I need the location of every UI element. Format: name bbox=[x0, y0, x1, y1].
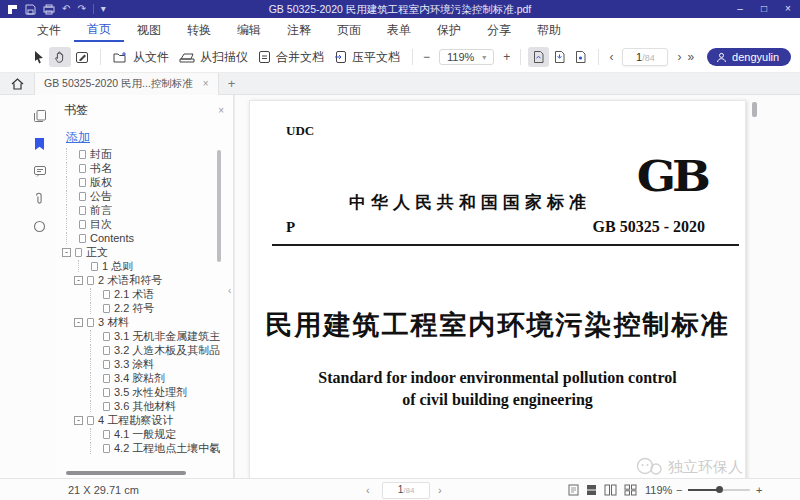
chevron-down-icon: ▾ bbox=[482, 53, 486, 62]
bookmark-item[interactable]: 4.2 工程地点土壤中氡浓度 bbox=[60, 441, 220, 455]
delete-page-button[interactable] bbox=[570, 47, 591, 67]
collapse-toggle-icon[interactable]: - bbox=[74, 416, 83, 425]
tree-connector bbox=[78, 260, 87, 272]
add-bookmark-link[interactable]: 添加 bbox=[66, 129, 90, 146]
collapse-toggle-icon[interactable]: - bbox=[74, 318, 83, 327]
maximize-button[interactable]: □ bbox=[752, 0, 776, 18]
bookmark-item[interactable]: -3 材料 bbox=[60, 315, 220, 329]
bookmark-item[interactable]: 3.4 胶粘剂 bbox=[60, 371, 220, 385]
edit-tool-button[interactable] bbox=[71, 47, 93, 67]
tab-close-icon[interactable]: × bbox=[203, 78, 209, 89]
panel-vertical-scrollbar[interactable] bbox=[217, 150, 221, 262]
single-page-view-icon[interactable] bbox=[568, 484, 579, 496]
tree-connector bbox=[90, 330, 99, 342]
collapse-toggle-icon[interactable]: - bbox=[62, 248, 71, 257]
bookmark-item[interactable]: -正文 bbox=[60, 245, 220, 259]
bookmark-item[interactable]: 书名 bbox=[60, 161, 220, 175]
bookmark-item[interactable]: 2.2 符号 bbox=[60, 301, 220, 315]
bookmark-item[interactable]: 公告 bbox=[60, 189, 220, 203]
last-page-button[interactable]: » bbox=[684, 50, 697, 64]
status-zoom-out-button[interactable]: − bbox=[676, 479, 682, 500]
pdf-reader-window: ↶ ↷ ▾ GB 50325-2020 民用建筑工程室内环境污染控制标准.pdf… bbox=[0, 0, 800, 500]
panel-close-icon[interactable]: × bbox=[218, 105, 224, 116]
hand-tool-button[interactable] bbox=[49, 47, 71, 67]
continuous-scroll-view-icon[interactable] bbox=[586, 484, 597, 496]
menu-item-文件[interactable]: 文件 bbox=[24, 18, 74, 42]
rotate-page-left-button[interactable] bbox=[528, 47, 549, 67]
menu-item-保护[interactable]: 保护 bbox=[424, 18, 474, 42]
bookmark-item[interactable]: 4.1 一般规定 bbox=[60, 427, 220, 441]
attachments-icon[interactable] bbox=[33, 192, 56, 206]
document-viewport[interactable]: UDC GB 中华人民共和国国家标准 P GB 50325 - 2020 民用建… bbox=[234, 95, 800, 478]
collapse-toggle-icon[interactable]: - bbox=[74, 276, 83, 285]
bookmark-item[interactable]: 3.3 涂料 bbox=[60, 357, 220, 371]
zoom-out-button[interactable]: − bbox=[420, 50, 433, 64]
menu-item-表单[interactable]: 表单 bbox=[374, 18, 424, 42]
print-icon[interactable] bbox=[43, 4, 55, 15]
rotate-page-right-button[interactable] bbox=[549, 47, 570, 67]
minimize-button[interactable]: – bbox=[728, 0, 752, 18]
zoom-in-button[interactable]: + bbox=[500, 50, 513, 64]
menu-item-首页[interactable]: 首页 bbox=[74, 18, 124, 42]
menu-item-分享[interactable]: 分享 bbox=[474, 18, 524, 42]
comments-icon[interactable] bbox=[33, 165, 56, 178]
bookmark-item[interactable]: Contents bbox=[60, 231, 220, 245]
bookmark-item[interactable]: 目次 bbox=[60, 217, 220, 231]
menu-item-注释[interactable]: 注释 bbox=[274, 18, 324, 42]
panel-horizontal-scrollbar[interactable] bbox=[66, 471, 186, 475]
cursor-icon bbox=[32, 50, 45, 64]
person-icon bbox=[716, 52, 727, 63]
from-file-button[interactable]: 从文件 bbox=[108, 46, 174, 69]
bookmarks-icon[interactable] bbox=[33, 137, 56, 151]
bookmark-item[interactable]: 1 总则 bbox=[60, 259, 220, 273]
next-page-button[interactable]: › bbox=[674, 50, 684, 64]
bookmark-item[interactable]: -2 术语和符号 bbox=[60, 273, 220, 287]
new-tab-button[interactable]: + bbox=[219, 76, 245, 91]
redo-icon[interactable]: ↷ bbox=[77, 0, 85, 18]
bookmark-item[interactable]: 3.2 人造木板及其制品 bbox=[60, 343, 220, 357]
select-tool-button[interactable] bbox=[28, 47, 49, 67]
customize-toolbar-caret-icon[interactable]: ▾ bbox=[101, 0, 106, 18]
user-account-button[interactable]: dengyulin bbox=[707, 48, 791, 66]
bookmark-item[interactable]: 3.1 无机非金属建筑主体材 bbox=[60, 329, 220, 343]
status-page-number-input[interactable]: 1/84 bbox=[382, 482, 430, 499]
two-page-view-icon[interactable] bbox=[604, 484, 617, 496]
bookmark-item[interactable]: -4 工程勘察设计 bbox=[60, 413, 220, 427]
save-icon[interactable] bbox=[25, 4, 36, 15]
page-rotate-right-icon bbox=[553, 50, 566, 64]
status-zoom-in-button[interactable]: + bbox=[756, 479, 762, 500]
bookmark-flag-icon bbox=[91, 262, 98, 271]
document-tab[interactable]: GB 50325-2020 民用...控制标准 × bbox=[34, 73, 219, 95]
stamps-icon[interactable] bbox=[33, 220, 56, 233]
menu-item-视图[interactable]: 视图 bbox=[124, 18, 174, 42]
merge-documents-button[interactable]: 合并文档 bbox=[253, 46, 329, 69]
bookmark-item[interactable]: 前言 bbox=[60, 203, 220, 217]
previous-page-button[interactable]: ‹ bbox=[606, 50, 616, 64]
zoom-slider[interactable] bbox=[688, 489, 750, 491]
menu-item-页面[interactable]: 页面 bbox=[324, 18, 374, 42]
menu-item-帮助[interactable]: 帮助 bbox=[524, 18, 574, 42]
bookmark-item[interactable]: 3.5 水性处理剂 bbox=[60, 385, 220, 399]
menu-item-转换[interactable]: 转换 bbox=[174, 18, 224, 42]
undo-icon[interactable]: ↶ bbox=[62, 0, 70, 18]
zoom-slider-knob[interactable] bbox=[716, 486, 723, 493]
status-previous-page-button[interactable]: ‹ bbox=[366, 479, 370, 500]
document-vertical-scrollbar[interactable] bbox=[752, 102, 757, 117]
home-tab-button[interactable] bbox=[0, 78, 34, 90]
bookmark-item[interactable]: 2.1 术语 bbox=[60, 287, 220, 301]
bookmark-label: 正文 bbox=[86, 245, 108, 260]
zoom-select[interactable]: 119% ▾ bbox=[439, 49, 494, 65]
bookmark-item[interactable]: 3.6 其他材料 bbox=[60, 399, 220, 413]
grid-view-icon[interactable] bbox=[624, 484, 637, 496]
menu-item-编辑[interactable]: 编辑 bbox=[224, 18, 274, 42]
from-scanner-button[interactable]: 从扫描仪 bbox=[174, 46, 253, 69]
collapse-panel-handle[interactable]: ‹ bbox=[228, 285, 231, 296]
page-number-input[interactable]: 1/84 bbox=[622, 48, 668, 66]
page-thumbnails-icon[interactable] bbox=[33, 109, 56, 123]
bookmark-item[interactable]: 版权 bbox=[60, 175, 220, 189]
flatten-document-button[interactable]: 压平文档 bbox=[329, 46, 405, 69]
status-next-page-button[interactable]: › bbox=[438, 479, 442, 500]
bookmark-label: 2.2 符号 bbox=[114, 301, 154, 316]
bookmark-item[interactable]: 封面 bbox=[60, 147, 220, 161]
close-button[interactable]: × bbox=[776, 0, 800, 18]
